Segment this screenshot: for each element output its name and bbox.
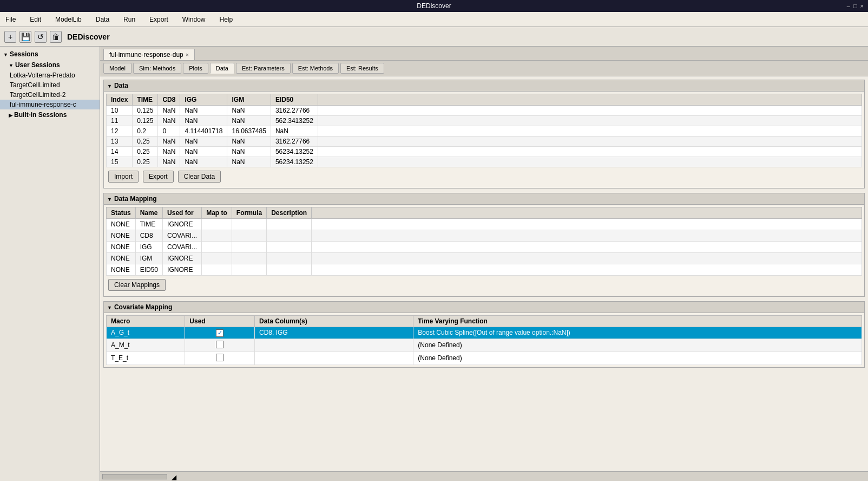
map-col-extra [312,207,862,219]
tab-close-icon[interactable]: × [186,51,189,58]
col-igm: IGM [227,94,271,106]
data-mapping-content: Status Name Used for Map to Formula Desc… [103,205,865,297]
tab-est-results[interactable]: Est: Results [340,63,384,74]
covariate-table: Macro Used Data Column(s) Time Varying F… [106,315,862,365]
sessions-label[interactable]: Sessions [0,49,100,60]
list-item[interactable]: A_M_t (None Defined) [107,339,862,352]
sidebar-item-lotka[interactable]: Lotka-Volterra-Predato [0,70,100,80]
col-igg: IGG [180,94,227,106]
main-layout: Sessions User Sessions Lotka-Volterra-Pr… [0,47,868,481]
map-col-map-to: Map to [202,207,232,219]
covariate-mapping-section: Covariate Mapping Macro Used Data Column… [103,301,865,368]
table-row: NONE CD8 COVARI... [107,230,862,242]
col-extra [318,94,862,106]
app-title: DEDiscover [67,32,110,41]
cov-col-used: Used [185,316,255,327]
resize-handle[interactable]: ◢ [172,473,178,480]
data-section-header[interactable]: Data [103,80,865,92]
covariate-mapping-expand-icon [107,303,112,311]
tab-est-methods[interactable]: Est: Methods [292,63,339,74]
clear-data-button[interactable]: Clear Data [178,171,221,183]
menu-edit[interactable]: Edit [28,15,43,24]
map-col-formula: Formula [232,207,266,219]
map-col-used-for: Used for [163,207,202,219]
menu-modellib[interactable]: ModelLib [53,15,84,24]
built-in-sessions-group: Built-in Sessions [0,109,100,120]
table-row: 13 0.25 NaN NaN NaN 3162.27766 [107,136,862,147]
covariate-mapping-section-header[interactable]: Covariate Mapping [103,301,865,313]
table-row: 14 0.25 NaN NaN NaN 56234.13252 [107,147,862,157]
bottom-bar: ◢ [100,471,868,481]
table-row: NONE TIME IGNORE [107,219,862,230]
mapping-table: Status Name Used for Map to Formula Desc… [106,207,862,276]
covariate-table-scroll[interactable]: Macro Used Data Column(s) Time Varying F… [106,315,862,365]
main-panel: Data Index TIME CD8 IGG [100,76,868,471]
table-row: 11 0.125 NaN NaN NaN 562.3413252 [107,116,862,126]
cov-col-macro: Macro [107,316,185,327]
horizontal-scrollbar[interactable] [102,474,167,479]
data-buttons: Import Export Clear Data [106,167,862,186]
menu-file[interactable]: File [3,15,18,24]
menu-data[interactable]: Data [94,15,111,24]
list-item[interactable]: T_E_t (None Defined) [107,352,862,365]
data-section-expand-icon [107,82,112,89]
menu-window[interactable]: Window [180,15,208,24]
data-section: Data Index TIME CD8 IGG [103,80,865,188]
table-row: 15 0.25 NaN NaN NaN 56234.13252 [107,157,862,167]
app-title-text: DEDiscover [417,2,451,10]
data-section-content: Index TIME CD8 IGG IGM EID50 [103,92,865,188]
clear-mappings-button[interactable]: Clear Mappings [108,279,166,291]
minimize-button[interactable]: – [847,3,850,9]
checkbox-checked-icon[interactable]: ✓ [216,329,223,337]
list-item[interactable]: A_G_t ✓ CD8, IGG Boost Cubic Spline([Out… [107,327,862,339]
new-button[interactable]: + [4,31,16,43]
tab-plots[interactable]: Plots [183,63,208,74]
user-sessions-group: User Sessions Lotka-Volterra-Predato Tar… [0,60,100,109]
menu-export[interactable]: Export [147,15,170,24]
sidebar-item-tcl2[interactable]: TargetCellLimited-2 [0,90,100,100]
sidebar-item-ful[interactable]: ful-immune-response-c [0,100,100,109]
map-col-name: Name [135,207,162,219]
data-mapping-section: Data Mapping Status Name Used for [103,193,865,297]
tab-est-parameters[interactable]: Est: Parameters [236,63,291,74]
import-button[interactable]: Import [108,171,139,183]
close-button[interactable]: × [860,3,864,9]
inner-tab-bar: Model Sim: Methods Plots Data Est: Param… [100,61,868,76]
table-row: 10 0.125 NaN NaN NaN 3162.27766 [107,106,862,116]
maximize-button[interactable]: □ [853,3,857,9]
table-row: NONE EID50 IGNORE [107,264,862,276]
covariate-mapping-content: Macro Used Data Column(s) Time Varying F… [103,313,865,368]
session-tab-ful[interactable]: ful-immune-response-dup × [103,49,195,60]
menu-help[interactable]: Help [217,15,235,24]
sidebar-item-tcl[interactable]: TargetCellLimited [0,80,100,90]
col-cd8: CD8 [158,94,180,106]
user-sessions-label[interactable]: User Sessions [0,60,100,70]
data-mapping-expand-icon [107,195,112,203]
session-tab-bar: ful-immune-response-dup × [100,47,868,61]
cov-col-tvf: Time Varying Function [413,316,862,327]
menu-bar: File Edit ModelLib Data Run Export Windo… [0,12,868,27]
menu-run[interactable]: Run [121,15,137,24]
user-sessions-expand-icon [9,61,14,69]
tab-data[interactable]: Data [210,63,234,74]
export-button[interactable]: Export [143,171,174,183]
data-table-scroll[interactable]: Index TIME CD8 IGG IGM EID50 [106,94,862,167]
delete-button[interactable]: 🗑 [50,31,62,43]
sidebar: Sessions User Sessions Lotka-Volterra-Pr… [0,47,100,481]
checkbox-unchecked-icon[interactable] [216,354,223,361]
tab-model[interactable]: Model [103,63,131,74]
table-row: NONE IGM IGNORE [107,253,862,264]
refresh-button[interactable]: ↺ [35,31,47,43]
checkbox-unchecked-icon[interactable] [216,341,223,348]
mapping-buttons: Clear Mappings [106,276,862,294]
data-mapping-section-header[interactable]: Data Mapping [103,193,865,205]
col-time: TIME [133,94,158,106]
table-row: 12 0.2 0 4.114401718 16.0637485 NaN [107,126,862,136]
content-area: ful-immune-response-dup × Model Sim: Met… [100,47,868,481]
built-in-sessions-label[interactable]: Built-in Sessions [0,109,100,120]
tab-sim-methods[interactable]: Sim: Methods [133,63,181,74]
save-button[interactable]: 💾 [19,31,31,43]
map-col-status: Status [107,207,136,219]
table-row: NONE IGG COVARI... [107,242,862,253]
mapping-table-scroll[interactable]: Status Name Used for Map to Formula Desc… [106,207,862,276]
